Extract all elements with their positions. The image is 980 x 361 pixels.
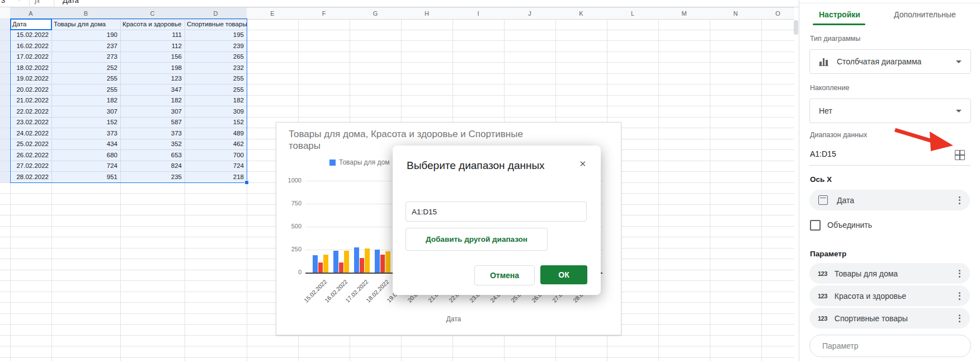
selection-fill-handle[interactable] [244, 180, 249, 185]
column-header-B[interactable]: B [51, 7, 120, 20]
data-cell[interactable]: 198 [120, 62, 182, 73]
header-cell[interactable]: Красота и здоровье [123, 18, 183, 30]
column-header-I[interactable]: I [453, 7, 504, 20]
vertical-scrollbar-thumb[interactable] [794, 20, 798, 35]
x-axis-field[interactable]: Дата [809, 190, 970, 210]
select-range-grid-icon[interactable] [955, 150, 965, 160]
aggregate-checkbox[interactable] [810, 220, 821, 231]
data-cell[interactable]: 112 [120, 40, 182, 51]
column-header-D[interactable]: D [185, 7, 247, 20]
column-header-K[interactable]: K [555, 7, 607, 20]
column-header-J[interactable]: J [504, 7, 555, 20]
data-cell[interactable]: 680 [51, 149, 117, 161]
column-header-G[interactable]: G [350, 7, 401, 20]
data-cell[interactable]: 182 [51, 95, 117, 106]
data-range-value[interactable]: A1:D15 [810, 149, 836, 158]
stacking-dropdown[interactable]: Нет [809, 99, 971, 123]
data-cell[interactable]: 195 [185, 30, 244, 41]
data-cell[interactable]: 156 [120, 51, 182, 63]
cancel-button[interactable]: Отмена [474, 265, 535, 285]
data-cell[interactable]: 352 [120, 139, 182, 150]
data-cell[interactable]: 17.02.2022 [10, 51, 49, 63]
data-cell[interactable]: 489 [185, 128, 244, 139]
data-cell[interactable]: 27.02.2022 [10, 161, 49, 172]
data-cell[interactable]: 19.02.2022 [10, 73, 49, 85]
data-cell[interactable]: 21.02.2022 [10, 95, 49, 106]
column-header-C[interactable]: C [120, 7, 185, 20]
series-item-2[interactable]: 123 Красота и здоровье [809, 285, 970, 306]
data-cell[interactable]: 462 [185, 139, 244, 150]
data-cell[interactable]: 273 [51, 51, 117, 63]
data-cell[interactable]: 232 [185, 62, 244, 73]
header-cell[interactable]: Товары для дома [54, 18, 106, 30]
data-cell[interactable]: 434 [51, 139, 117, 150]
data-cell[interactable]: 152 [51, 117, 117, 128]
data-cell[interactable]: 23.02.2022 [10, 117, 49, 128]
data-cell[interactable]: 724 [185, 161, 244, 172]
data-cell[interactable]: 239 [185, 40, 244, 51]
data-cell[interactable]: 24.02.2022 [10, 128, 49, 139]
more-options-icon[interactable] [955, 268, 963, 279]
close-icon[interactable]: ✕ [579, 159, 586, 169]
data-cell[interactable]: 26.02.2022 [10, 149, 49, 161]
data-cell[interactable]: 235 [120, 171, 182, 182]
column-header-E[interactable]: E [247, 7, 298, 20]
column-header-L[interactable]: L [607, 7, 658, 20]
data-cell[interactable]: 309 [185, 106, 244, 117]
data-cell[interactable]: 237 [51, 40, 117, 51]
data-cell[interactable]: 255 [51, 73, 117, 85]
name-box[interactable]: 3 [1, 0, 5, 4]
column-header-M[interactable]: M [658, 7, 710, 20]
data-cell[interactable]: 123 [120, 73, 182, 85]
data-cell[interactable]: 373 [120, 128, 182, 139]
tab-settings[interactable]: Настройки [819, 10, 860, 19]
data-cell[interactable]: 182 [120, 95, 182, 106]
data-cell[interactable]: 700 [185, 149, 244, 161]
data-cell[interactable]: 347 [120, 84, 182, 95]
data-cell[interactable]: 724 [51, 161, 117, 172]
data-cell[interactable]: 307 [51, 106, 117, 117]
data-cell[interactable]: 20.02.2022 [10, 84, 49, 95]
data-cell[interactable]: 218 [185, 171, 244, 182]
column-header-O[interactable]: O [761, 7, 794, 20]
column-header-F[interactable]: F [298, 7, 350, 20]
data-cell[interactable]: 252 [51, 62, 117, 73]
data-cell[interactable]: 190 [51, 30, 117, 41]
data-cell[interactable]: 653 [120, 149, 182, 161]
data-cell[interactable]: 28.02.2022 [10, 171, 49, 182]
add-range-button[interactable]: Добавить другой диапазон [406, 228, 548, 251]
name-box-dropdown-icon[interactable]: ▼ [17, 0, 22, 2]
data-cell[interactable]: 255 [51, 84, 117, 95]
data-cell[interactable]: 16.02.2022 [10, 40, 49, 51]
range-input[interactable] [406, 201, 587, 222]
data-cell[interactable]: 255 [185, 84, 244, 95]
data-cell[interactable]: 951 [51, 171, 117, 182]
tab-customize[interactable]: Дополнительные [894, 10, 956, 19]
column-header-A[interactable]: A [10, 7, 51, 20]
ok-button[interactable]: ОК [540, 265, 587, 284]
data-cell[interactable]: 152 [185, 117, 244, 128]
data-cell[interactable]: 111 [120, 30, 182, 41]
data-cell[interactable]: 182 [185, 95, 244, 106]
header-cell[interactable]: Дата [12, 18, 26, 30]
data-cell[interactable]: 587 [120, 117, 182, 128]
data-cell[interactable]: 824 [120, 161, 182, 172]
data-cell[interactable]: 25.02.2022 [10, 139, 49, 150]
more-options-icon[interactable] [955, 290, 963, 301]
data-cell[interactable]: 22.02.2022 [10, 106, 49, 117]
data-cell[interactable]: 265 [185, 51, 244, 63]
series-item-1[interactable]: 123 Товары для дома [809, 263, 970, 284]
more-options-icon[interactable] [955, 313, 963, 324]
series-item-3[interactable]: 123 Спортивные товары [809, 308, 970, 329]
column-header-H[interactable]: H [401, 7, 453, 20]
data-cell[interactable]: 18.02.2022 [10, 62, 49, 73]
more-options-icon[interactable] [955, 195, 963, 205]
formula-input[interactable]: Дата [63, 0, 79, 4]
data-cell[interactable]: 373 [51, 128, 117, 139]
header-cell[interactable]: Спортивные товары [187, 18, 247, 30]
data-cell[interactable]: 307 [120, 106, 182, 117]
data-cell[interactable]: 255 [185, 73, 244, 85]
chart-type-dropdown[interactable]: Столбчатая диаграмма [809, 49, 971, 74]
column-header-N[interactable]: N [710, 7, 761, 20]
data-cell[interactable]: 15.02.2022 [10, 30, 49, 41]
